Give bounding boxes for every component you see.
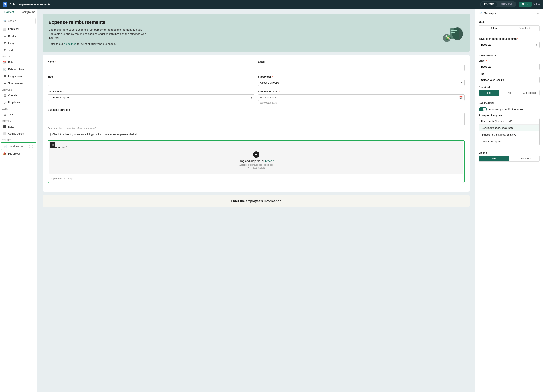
search-box: 🔍 <box>2 18 35 24</box>
hint-input[interactable] <box>479 77 540 83</box>
select-department[interactable]: Choose an option <box>48 94 255 101</box>
vis-conditional-btn[interactable]: Conditional <box>509 156 539 161</box>
bottom-title: Enter the employee's information <box>47 199 466 203</box>
sidebar-item-divider[interactable]: ─ Divider ⋮⋮ <box>1 33 36 39</box>
tab-editor[interactable]: EDITOR <box>481 2 497 7</box>
header-illustration: 💸 <box>438 22 464 43</box>
sidebar-item-checkbox[interactable]: ☑ Checkbox ⋮⋮ <box>1 92 36 99</box>
option-images[interactable]: Images (gif, jpg, jpeg, png, svg) <box>479 131 539 138</box>
form-body: Name * Email Title Supervisor * <box>43 55 470 192</box>
input-title[interactable] <box>48 79 255 86</box>
center-content: Expense reimbursements Use this form to … <box>37 9 475 392</box>
input-email[interactable] <box>258 65 465 71</box>
sidebar-label-file-upload: File upload <box>8 152 21 155</box>
delete-widget-button[interactable]: 🗑 <box>50 142 55 148</box>
sidebar-label-divider: Divider <box>8 35 16 38</box>
sidebar-item-container[interactable]: ⬜ Container ⋮⋮ <box>1 26 36 33</box>
drag-handle: ⋮⋮ <box>28 94 34 97</box>
guidelines-link[interactable]: guidelines <box>64 42 76 45</box>
save-col-select[interactable]: Receipts <box>479 42 540 48</box>
sidebar-label-text: Text <box>8 49 13 52</box>
sidebar-item-file-download[interactable]: 📄 File download ⋮⋮ <box>1 143 36 150</box>
sidebar-item-short-answer[interactable]: ━ Short answer ⋮⋮ <box>1 80 36 87</box>
search-icon: 🔍 <box>3 20 7 22</box>
option-custom[interactable]: Custom file types <box>479 138 539 145</box>
checkbox-label: Check this box if you are submitting thi… <box>52 133 138 136</box>
drag-handle: ⋮⋮ <box>28 75 34 78</box>
row-name-email: Name * Email <box>48 60 465 71</box>
checkbox-icon: ☑ <box>3 94 6 97</box>
input-name[interactable] <box>48 65 255 71</box>
row-title-supervisor: Title Supervisor * Choose an option <box>48 75 465 86</box>
chevron-up-icon: ▲ <box>535 120 537 123</box>
toggle-row: Allow only specific file types <box>479 107 540 111</box>
field-name: Name * <box>48 60 255 71</box>
file-types-label: Accepted file types <box>479 114 540 117</box>
visible-label: Visible <box>479 151 540 154</box>
image-icon: 🖼 <box>3 41 6 45</box>
sidebar-item-datetime[interactable]: 🕐 Date and time ⋮⋮ <box>1 66 36 73</box>
file-type-toggle[interactable] <box>479 107 487 111</box>
required-label: Required <box>479 86 540 89</box>
section-choices: CHOICES <box>0 87 37 92</box>
sidebar-label-datetime: Date and time <box>8 68 24 71</box>
option-documents[interactable]: Documents (doc, docx, pdf) <box>479 125 539 131</box>
mode-label: Mode <box>479 21 540 24</box>
sidebar-item-date[interactable]: 📅 Date ⋮⋮ <box>1 59 36 66</box>
sidebar-item-text[interactable]: T Text ⋮⋮ <box>1 47 36 54</box>
sidebar-item-table[interactable]: ⊞ Table ⋮⋮ <box>1 111 36 118</box>
panel-header: 📄 Receipts ✏ <box>475 9 543 18</box>
label-input[interactable] <box>479 64 540 70</box>
behalf-checkbox[interactable] <box>48 133 51 136</box>
field-business-purpose: Business purpose * Provide a short expla… <box>48 108 465 129</box>
mode-buttons: Upload Download <box>479 25 540 31</box>
divider-icon: ─ <box>3 34 6 38</box>
req-no-btn[interactable]: No <box>499 90 519 96</box>
date-icon: 📅 <box>3 61 6 64</box>
save-button[interactable]: Save <box>519 2 532 7</box>
sidebar-item-file-upload[interactable]: 📤 File upload ⋮⋮ <box>1 150 36 157</box>
mode-download-btn[interactable]: Download <box>509 26 539 31</box>
tab-preview[interactable]: PREVIEW <box>497 2 516 7</box>
drag-handle: ⋮⋮ <box>28 68 34 71</box>
input-submission-date[interactable] <box>258 94 465 101</box>
exit-button[interactable]: ✕ Exit <box>533 3 540 6</box>
mode-upload-btn[interactable]: Upload <box>479 26 509 31</box>
label-title: Title <box>48 75 255 78</box>
label-submission-date: Submission date * <box>258 90 465 93</box>
form-desc: Use this form to submit expense reimburs… <box>49 28 155 40</box>
sidebar-label-outline-button: Outline button <box>8 132 24 135</box>
sidebar-item-dropdown[interactable]: ▽ Dropdown ⋮⋮ <box>1 99 36 106</box>
file-upload-area: Receipts * + Drag and drop file, or brow… <box>49 141 464 174</box>
upload-formats: Accepted formats: doc, docx, pdf <box>53 164 459 166</box>
sidebar-item-outline-button[interactable]: ⬜ Outline button ⋮⋮ <box>1 130 36 137</box>
dropdown-icon: ▽ <box>3 101 6 104</box>
tab-background[interactable]: Background <box>19 9 37 16</box>
search-input[interactable] <box>2 18 35 24</box>
sidebar-label-table: Table <box>8 113 14 116</box>
sidebar: Content Background 🔍 ⬜ Container ⋮⋮ ─ Di… <box>0 9 37 392</box>
visible-buttons: Yes Conditional <box>479 156 540 162</box>
sidebar-label-date: Date <box>8 61 13 64</box>
sidebar-label-button: Button <box>8 125 16 128</box>
sidebar-item-image[interactable]: 🖼 Image ⋮⋮ <box>1 40 36 47</box>
visible-section: Visible Yes Conditional <box>475 148 543 165</box>
sidebar-item-button[interactable]: ⬛ Button ⋮⋮ <box>1 123 36 130</box>
dropdown-header[interactable]: Documents (doc, docx, pdf) ▲ <box>479 118 539 125</box>
select-supervisor[interactable]: Choose an option <box>258 79 465 86</box>
sidebar-item-long-answer[interactable]: ☰ Long answer ⋮⋮ <box>1 73 36 80</box>
req-yes-btn[interactable]: Yes <box>479 90 499 96</box>
tab-content[interactable]: Content <box>0 9 19 16</box>
browse-link[interactable]: browse <box>265 160 274 163</box>
edit-icon[interactable]: ✏ <box>537 12 540 15</box>
bottom-section: Enter the employee's information <box>43 195 470 207</box>
sidebar-tabs: Content Background <box>0 9 37 16</box>
file-types-dropdown[interactable]: Documents (doc, docx, pdf) ▲ Documents (… <box>479 118 540 145</box>
upload-hint-text: Upload your receipts <box>49 175 464 182</box>
req-conditional-btn[interactable]: Conditional <box>519 90 539 96</box>
textarea-business-purpose[interactable] <box>48 113 465 125</box>
vis-yes-btn[interactable]: Yes <box>479 156 509 161</box>
field-supervisor: Supervisor * Choose an option <box>258 75 465 86</box>
drag-handle: ⋮⋮ <box>28 132 34 135</box>
page-title: Submit expense reimbursements <box>10 3 478 6</box>
